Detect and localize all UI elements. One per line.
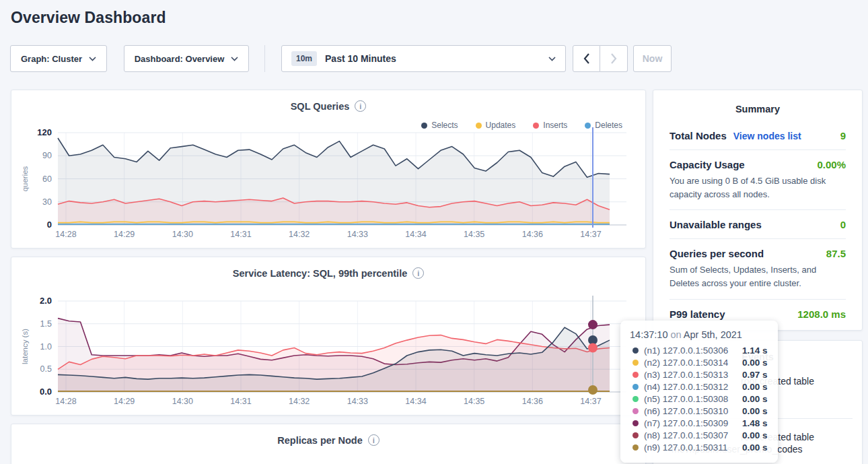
sql-queries-panel: SQL Queriesi SelectsUpdatesInsertsDelete… xyxy=(11,90,646,248)
summary-row-qps: Queries per second 87.5 Sum of Selects, … xyxy=(653,239,862,298)
svg-text:14:31: 14:31 xyxy=(230,230,251,239)
summary-panel: Summary Total Nodes View nodes list 9 Ca… xyxy=(653,90,863,331)
svg-text:1.0: 1.0 xyxy=(40,342,52,352)
graph-dropdown[interactable]: Graph: Cluster xyxy=(10,45,107,72)
tooltip-row: (n2) 127.0.0.1:503140.00 s xyxy=(630,356,768,368)
svg-text:14:36: 14:36 xyxy=(522,230,543,239)
svg-text:14:34: 14:34 xyxy=(405,397,426,406)
node-color-dot xyxy=(632,444,639,451)
view-nodes-list-link[interactable]: View nodes list xyxy=(733,131,801,141)
svg-text:14:35: 14:35 xyxy=(464,230,484,239)
node-address: (n8) 127.0.0.1:50307 xyxy=(644,430,742,440)
tooltip-row: (n7) 127.0.0.1:503091.48 s xyxy=(630,417,768,429)
dashboard-dropdown-label: Dashboard: Overview xyxy=(135,54,225,64)
p99-latency-label: P99 latency xyxy=(670,308,725,320)
svg-text:14:36: 14:36 xyxy=(522,397,543,406)
svg-text:14:29: 14:29 xyxy=(114,397,135,406)
summary-title: Summary xyxy=(653,90,862,121)
node-latency-value: 0.00 s xyxy=(742,358,768,368)
svg-text:14:35: 14:35 xyxy=(464,397,484,406)
info-icon[interactable]: i xyxy=(412,267,424,279)
svg-text:14:33: 14:33 xyxy=(347,397,368,406)
node-latency-value: 0.00 s xyxy=(742,406,768,416)
summary-row-unavailable: Unavailable ranges 0 xyxy=(653,210,862,238)
node-latency-value: 1.48 s xyxy=(742,418,768,428)
tooltip-row: (n9) 127.0.0.1:503110.00 s xyxy=(630,441,768,453)
svg-text:0.5: 0.5 xyxy=(40,364,52,374)
node-latency-value: 0.00 s xyxy=(742,382,768,392)
now-button[interactable]: Now xyxy=(633,45,672,72)
node-color-dot xyxy=(632,432,639,438)
sql-queries-svg: 14:2814:2914:3014:3114:3214:3314:3414:35… xyxy=(11,127,645,243)
replicas-panel: Replicas per Nodei xyxy=(11,424,646,464)
next-time-button[interactable] xyxy=(600,45,628,72)
qps-description: Sum of Selects, Updates, Inserts, and De… xyxy=(670,263,846,290)
node-color-dot xyxy=(632,347,639,354)
unavailable-ranges-value: 0 xyxy=(840,219,846,230)
node-color-dot xyxy=(632,396,639,402)
chevron-down-icon xyxy=(548,57,556,61)
node-color-dot xyxy=(632,372,639,378)
svg-text:14:30: 14:30 xyxy=(172,230,193,239)
node-color-dot xyxy=(632,384,639,390)
node-address: (n5) 127.0.0.1:50308 xyxy=(644,394,742,404)
svg-text:0.0: 0.0 xyxy=(40,387,52,397)
svg-text:2.0: 2.0 xyxy=(40,296,52,306)
info-icon[interactable]: i xyxy=(368,434,379,446)
svg-text:14:30: 14:30 xyxy=(172,397,193,406)
chevron-down-icon xyxy=(89,57,96,61)
unavailable-ranges-label: Unavailable ranges xyxy=(670,219,762,230)
latency-title: Service Latency: SQL, 99th percentilei xyxy=(11,267,645,279)
chart-hover-tooltip: 14:37:10 on Apr 5th, 2021 (n1) 127.0.0.1… xyxy=(620,321,778,463)
tooltip-row: (n4) 127.0.0.1:503120.00 s xyxy=(630,380,768,393)
sql-queries-title: SQL Queriesi xyxy=(11,100,645,112)
dashboard-dropdown[interactable]: Dashboard: Overview xyxy=(124,45,249,72)
node-latency-value: 0.00 s xyxy=(742,430,768,440)
hover-point xyxy=(588,343,598,353)
tooltip-row: (n5) 127.0.0.1:503080.00 s xyxy=(630,393,768,405)
latency-svg: 14:2814:2914:3014:3114:3214:3314:3414:35… xyxy=(11,296,645,410)
p99-latency-value: 1208.0 ms xyxy=(797,308,846,320)
tooltip-row: (n8) 127.0.0.1:503070.00 s xyxy=(630,429,768,441)
svg-text:14:37: 14:37 xyxy=(580,397,601,406)
info-icon[interactable]: i xyxy=(355,100,366,112)
time-range-selector[interactable]: 10m Past 10 Minutes xyxy=(281,45,566,72)
svg-text:0: 0 xyxy=(47,220,52,230)
svg-text:14:28: 14:28 xyxy=(55,397,76,406)
node-address: (n4) 127.0.0.1:50312 xyxy=(644,382,742,392)
svg-text:14:34: 14:34 xyxy=(405,230,426,239)
latency-panel: Service Latency: SQL, 99th percentilei 1… xyxy=(11,257,646,416)
time-range-badge: 10m xyxy=(291,51,317,66)
total-nodes-label: Total Nodes xyxy=(670,130,727,141)
toolbar-divider xyxy=(264,45,265,72)
svg-text:14:31: 14:31 xyxy=(230,397,251,406)
total-nodes-value: 9 xyxy=(840,130,846,141)
svg-text:30: 30 xyxy=(42,197,52,207)
latency-chart[interactable]: 14:2814:2914:3014:3114:3214:3314:3414:35… xyxy=(11,296,645,410)
tooltip-rows: (n1) 127.0.0.1:503061.14 s(n2) 127.0.0.1… xyxy=(630,344,768,453)
svg-text:latency (s): latency (s) xyxy=(21,329,29,364)
node-address: (n1) 127.0.0.1:50306 xyxy=(644,345,742,356)
tooltip-row: (n6) 127.0.0.1:503100.00 s xyxy=(630,405,768,417)
tooltip-row: (n1) 127.0.0.1:503061.14 s xyxy=(630,344,768,356)
svg-text:90: 90 xyxy=(42,151,52,160)
node-address: (n7) 127.0.0.1:50309 xyxy=(644,418,742,428)
qps-label: Queries per second xyxy=(670,248,764,259)
node-address: (n2) 127.0.0.1:50314 xyxy=(644,358,742,368)
summary-row-capacity: Capacity Usage 0.00% You are using 0 B o… xyxy=(653,150,862,209)
node-latency-value: 0.00 s xyxy=(742,442,768,453)
node-address: (n9) 127.0.0.1:50311 xyxy=(644,442,742,453)
graph-dropdown-label: Graph: Cluster xyxy=(21,54,82,64)
overview-dashboard-page: Overview Dashboard Graph: Cluster Dashbo… xyxy=(0,0,868,464)
capacity-usage-label: Capacity Usage xyxy=(670,159,745,170)
summary-row-total-nodes: Total Nodes View nodes list 9 xyxy=(653,121,862,150)
node-latency-value: 0.97 s xyxy=(742,370,768,380)
prev-time-button[interactable] xyxy=(573,45,600,72)
sql-queries-chart[interactable]: 14:2814:2914:3014:3114:3214:3314:3414:35… xyxy=(11,127,645,243)
node-color-dot xyxy=(632,420,639,426)
capacity-usage-description: You are using 0 B of 4.5 GiB usable disk… xyxy=(670,174,846,201)
replicas-title: Replicas per Nodei xyxy=(11,434,645,446)
node-latency-value: 0.00 s xyxy=(742,394,768,404)
svg-text:14:32: 14:32 xyxy=(289,397,310,406)
chevron-down-icon xyxy=(231,57,238,61)
